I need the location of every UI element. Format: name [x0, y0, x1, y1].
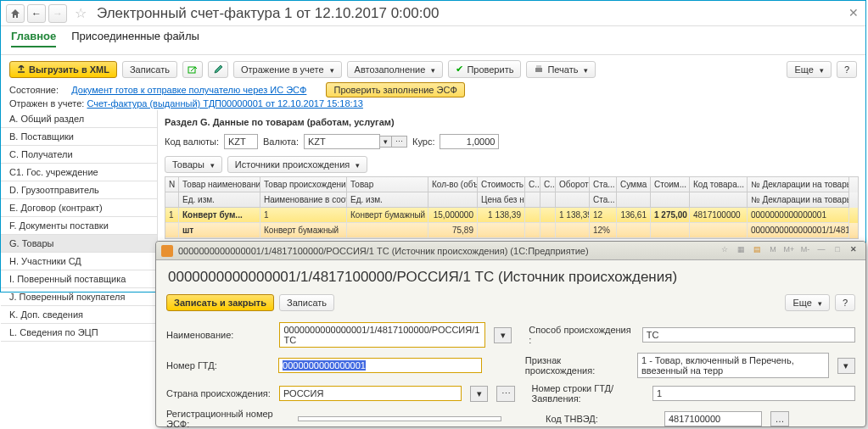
reg-input[interactable]: [298, 416, 501, 421]
dialog-more-button[interactable]: Еще: [785, 294, 829, 311]
tool1-icon[interactable]: ▦: [734, 245, 748, 257]
sidebar-item-f[interactable]: F. Документы поставки: [1, 217, 157, 235]
sidebar-item-e[interactable]: E. Договор (контракт): [1, 199, 157, 217]
sidebar-item-a[interactable]: A. Общий раздел: [1, 110, 157, 128]
post-button[interactable]: [182, 61, 203, 78]
method-label: Способ происхождения :: [520, 325, 633, 345]
col-name: Товар наименование: [179, 177, 260, 192]
col-turnover: Оборот по...: [556, 177, 590, 192]
reflected-link[interactable]: Счет-фактура (выданный) ТДП00000001 от 1…: [87, 98, 362, 109]
sidebar-item-g[interactable]: G. Товары: [1, 235, 157, 253]
m-icon[interactable]: M: [766, 245, 780, 257]
table-row[interactable]: 1 Конверт бум... 1 Конверт бумажный 15,0…: [165, 208, 858, 223]
titlebar: ← → ☆ Электронный счет-фактура 1 от 12.1…: [1, 1, 865, 26]
maximize-icon[interactable]: □: [831, 245, 844, 257]
section-title: Раздел G. Данные по товарам (работам, ус…: [165, 114, 859, 131]
reg-label: Регистрационный номер ЭСФ:: [166, 409, 289, 429]
calc-icon[interactable]: ▤: [750, 245, 764, 257]
app-icon: [161, 245, 173, 257]
reflect-button[interactable]: Отражение в учете: [233, 61, 342, 78]
gtd-input[interactable]: 0000000000000001: [278, 358, 482, 373]
sidebar-item-c1[interactable]: C1. Гос. учреждение: [1, 164, 157, 181]
feature-input[interactable]: 1 - Товар, включенный в Перечень, ввезен…: [637, 353, 829, 378]
col-goods: Товар: [347, 177, 428, 192]
sidebar: A. Общий раздел B. Поставщики C. Получат…: [1, 110, 158, 284]
country-caret[interactable]: ▾: [470, 386, 488, 402]
col-code: Код товара...: [690, 177, 748, 192]
close-icon[interactable]: ✕: [848, 6, 859, 20]
dialog-title: 0000000000000001/1/4817100000/РОССИЯ/1 Т…: [178, 246, 715, 256]
fav-icon[interactable]: ☆: [718, 245, 731, 257]
minimize-icon[interactable]: —: [815, 245, 828, 257]
origin-dialog: 0000000000000001/1/4817100000/РОССИЯ/1 Т…: [155, 241, 866, 427]
goods-dropdown[interactable]: Товары: [165, 156, 222, 173]
col-origin: Товар происхождения: [260, 177, 347, 192]
back-button[interactable]: ←: [27, 4, 46, 23]
autofill-button[interactable]: Автозаполнение: [347, 61, 444, 78]
goods-grid[interactable]: N Товар наименование Товар происхождения…: [165, 176, 859, 239]
export-xml-button[interactable]: Выгрузить в XML: [9, 61, 117, 78]
dialog-save-button[interactable]: Записать: [279, 294, 334, 311]
help-button[interactable]: ?: [837, 61, 857, 78]
svg-rect-1: [535, 68, 542, 72]
sidebar-item-d[interactable]: D. Грузоотправитель: [1, 181, 157, 199]
status-row-1: Состояние: Документ готов к отправке пол…: [1, 83, 865, 97]
sidebar-item-b[interactable]: B. Поставщики: [1, 128, 157, 146]
save-button[interactable]: Записать: [122, 61, 177, 78]
star-icon[interactable]: ☆: [75, 5, 87, 21]
dialog-titlebar: 0000000000000001/1/4817100000/РОССИЯ/1 Т…: [156, 242, 865, 260]
col-vat: Сумма НДС: [617, 177, 651, 192]
dialog-help-button[interactable]: ?: [835, 294, 855, 311]
line-input[interactable]: 1: [652, 386, 855, 401]
sidebar-item-j[interactable]: J. Поверенный покупателя: [1, 288, 157, 306]
name-label: Наименование:: [166, 330, 271, 340]
reflected-label: Отражен в учете:: [9, 98, 84, 109]
sidebar-item-h[interactable]: H. Участники СД: [1, 253, 157, 270]
more-button[interactable]: Еще: [787, 61, 831, 78]
feature-caret[interactable]: ▾: [837, 358, 855, 374]
export-xml-label: Выгрузить в XML: [29, 64, 109, 75]
mminus-icon[interactable]: M-: [798, 245, 812, 257]
check-button[interactable]: ✔Проверить: [448, 60, 521, 78]
check-fill-button[interactable]: Проверить заполнение ЭСФ: [326, 82, 464, 98]
save-close-button[interactable]: Записать и закрыть: [166, 294, 274, 311]
col-total: Стоим...: [651, 177, 690, 192]
forward-button[interactable]: →: [48, 4, 67, 23]
dialog-heading: 0000000000000001/1/4817100000/РОССИЯ/1 Т…: [156, 260, 865, 291]
mplus-icon[interactable]: M+: [782, 245, 796, 257]
status-label: Состояние:: [9, 85, 59, 95]
sidebar-item-k[interactable]: K. Доп. сведения: [1, 306, 157, 324]
feature-label: Признак происхождения:: [517, 355, 629, 376]
col-s1: С...: [525, 177, 540, 192]
country-input[interactable]: РОССИЯ: [279, 386, 462, 401]
home-button[interactable]: [6, 4, 25, 23]
currency-label: Валюта:: [263, 136, 299, 147]
tnved-open[interactable]: …: [770, 411, 789, 426]
tnved-input[interactable]: 4817100000: [664, 411, 762, 426]
tab-main[interactable]: Главное: [11, 30, 56, 47]
country-open[interactable]: ⋯: [496, 386, 514, 402]
currency-code-value: KZT: [224, 134, 258, 149]
dialog-close-icon[interactable]: ✕: [847, 245, 860, 257]
table-row[interactable]: шт Конверт бумажный 75,89 12% 0000000000…: [165, 223, 858, 238]
col-decl: № Декларации на товары, заявл: [748, 177, 849, 192]
origins-dropdown[interactable]: Источники происхождения: [227, 156, 367, 173]
edit-button[interactable]: [208, 61, 228, 78]
name-caret[interactable]: ▾: [494, 327, 512, 343]
name-input[interactable]: 0000000000000001/1/4817100000/РОССИЯ/1 Т…: [279, 322, 485, 348]
status-row-2: Отражен в учете: Счет-фактура (выданный)…: [1, 97, 865, 110]
rate-label: Курс:: [412, 136, 434, 147]
rate-input[interactable]: 1,0000: [440, 134, 499, 149]
currency-select[interactable]: KZT ▾ ⋯: [304, 134, 407, 149]
sidebar-item-l[interactable]: L. Сведения по ЭЦП: [1, 324, 157, 342]
tabs: Главное Присоединенные файлы: [1, 26, 865, 55]
col-n: N: [165, 177, 179, 192]
method-input[interactable]: ТС: [642, 327, 855, 343]
tab-files[interactable]: Присоединенные файлы: [71, 30, 199, 47]
status-link[interactable]: Документ готов к отправке получателю чер…: [71, 85, 306, 95]
col-rate: Ста... НДС: [590, 177, 617, 192]
sidebar-item-c[interactable]: C. Получатели: [1, 146, 157, 164]
sidebar-item-i[interactable]: I. Поверенный поставщика: [1, 270, 157, 288]
dialog-toolbar: Записать и закрыть Записать Еще ?: [156, 291, 865, 315]
print-button[interactable]: Печать: [526, 61, 596, 78]
